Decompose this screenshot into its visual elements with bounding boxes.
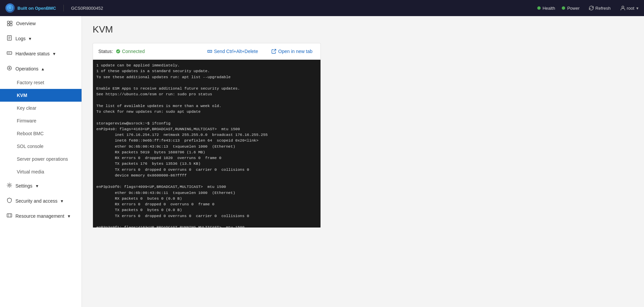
sidebar-overview-label: Overview xyxy=(16,21,75,26)
connected-badge: Connected xyxy=(116,49,145,54)
logs-chevron: ▾ xyxy=(29,36,31,41)
settings-chevron: ▾ xyxy=(36,183,38,189)
svg-point-16 xyxy=(9,185,10,186)
connected-checkmark-icon xyxy=(116,49,120,54)
hardware-icon xyxy=(7,50,12,57)
topbar: Built on OpenBMC GCS0R8000452 Health Pow… xyxy=(0,0,644,16)
sidebar-section-logs: Logs ▾ xyxy=(0,31,82,46)
sidebar-section-operations: Operations ▴ Factory reset KVM Key clear… xyxy=(0,61,82,178)
root-menu[interactable]: root ▾ xyxy=(620,5,639,11)
sidebar-item-key-clear[interactable]: Key clear xyxy=(0,102,82,114)
sidebar-item-settings[interactable]: Settings ▾ xyxy=(0,178,82,193)
resource-icon xyxy=(7,213,12,219)
hardware-chevron: ▾ xyxy=(53,51,55,56)
sidebar-item-reboot-bmc[interactable]: Reboot BMC xyxy=(0,127,82,140)
sidebar-item-kvm[interactable]: KVM xyxy=(0,89,82,102)
keyboard-icon xyxy=(207,49,212,54)
sidebar-operations-label: Operations xyxy=(15,66,38,71)
svg-rect-17 xyxy=(7,214,12,217)
sidebar-item-resource-mgmt[interactable]: Resource management ▾ xyxy=(0,208,82,223)
sidebar-hardware-label: Hardware status xyxy=(15,51,50,56)
kvm-terminal[interactable]: 1 update can be applied immediately. 1 o… xyxy=(93,60,320,227)
sidebar-logs-label: Logs xyxy=(15,36,26,41)
sidebar-item-factory-reset[interactable]: Factory reset xyxy=(0,76,82,89)
sidebar-section-resource: Resource management ▾ xyxy=(0,208,82,223)
sidebar-resource-label: Resource management xyxy=(15,213,64,219)
health-label: Health xyxy=(543,6,555,11)
sidebar-item-operations[interactable]: Operations ▴ xyxy=(0,61,82,76)
sidebar-settings-label: Settings xyxy=(15,183,33,189)
topbar-divider xyxy=(63,5,64,11)
topbar-power-status: Power xyxy=(562,6,580,11)
overview-icon xyxy=(7,20,13,27)
health-dot xyxy=(537,6,541,10)
svg-rect-5 xyxy=(7,24,9,26)
kvm-actions: Send Ctrl+Alt+Delete Open in new tab xyxy=(205,47,315,55)
sidebar-item-sol-console[interactable]: SOL console xyxy=(0,140,82,153)
refresh-icon xyxy=(589,6,594,10)
sidebar-item-hardware-status[interactable]: Hardware status ▾ xyxy=(0,46,82,61)
security-chevron: ▾ xyxy=(61,198,63,204)
topbar-left: Built on OpenBMC GCS0R8000452 xyxy=(5,3,103,13)
main-layout: Overview Logs ▾ xyxy=(0,16,644,307)
kvm-panel: Status: Connected xyxy=(93,43,321,228)
operations-chevron: ▴ xyxy=(42,66,44,71)
sidebar-section-security: Security and access ▾ xyxy=(0,193,82,208)
security-icon xyxy=(7,198,12,204)
sidebar-item-overview[interactable]: Overview xyxy=(0,16,82,31)
settings-icon xyxy=(7,183,12,189)
sidebar-item-security[interactable]: Security and access ▾ xyxy=(0,193,82,208)
svg-rect-11 xyxy=(7,52,12,54)
send-ctrl-alt-delete-button[interactable]: Send Ctrl+Alt+Delete xyxy=(205,47,261,55)
page-title: KVM xyxy=(93,24,633,35)
sidebar-section-hardware: Hardware status ▾ xyxy=(0,46,82,61)
topbar-logo: Built on OpenBMC xyxy=(5,3,56,13)
openbmc-logo-icon xyxy=(5,3,15,13)
logs-icon xyxy=(7,35,12,42)
sidebar-item-logs[interactable]: Logs ▾ xyxy=(0,31,82,46)
svg-rect-6 xyxy=(10,24,12,26)
refresh-button[interactable]: Refresh xyxy=(586,4,613,12)
svg-point-2 xyxy=(622,6,624,8)
svg-rect-4 xyxy=(10,21,12,23)
sidebar-section-settings: Settings ▾ xyxy=(0,178,82,193)
open-new-tab-icon xyxy=(271,49,276,54)
sidebar-item-firmware[interactable]: Firmware xyxy=(0,114,82,127)
sidebar: Overview Logs ▾ xyxy=(0,16,82,307)
open-new-tab-button[interactable]: Open in new tab xyxy=(269,47,315,55)
svg-line-22 xyxy=(274,49,276,51)
kvm-status-row: Status: Connected xyxy=(98,49,145,54)
topbar-device-id: GCS0R8000452 xyxy=(71,6,103,11)
topbar-logo-text: Built on OpenBMC xyxy=(17,6,56,11)
user-icon xyxy=(620,5,626,11)
status-label: Status: xyxy=(98,49,113,54)
resource-chevron: ▾ xyxy=(68,213,70,219)
power-dot xyxy=(562,6,565,10)
sidebar-item-server-power[interactable]: Server power operations xyxy=(0,153,82,165)
power-label: Power xyxy=(567,6,580,11)
sidebar-item-virtual-media[interactable]: Virtual media xyxy=(0,165,82,178)
content-area: KVM Status: Connected xyxy=(82,16,644,307)
svg-rect-3 xyxy=(7,21,9,23)
kvm-toolbar: Status: Connected xyxy=(93,43,320,60)
topbar-health-status: Health xyxy=(537,6,555,11)
topbar-right: Health Power Refresh root ▾ xyxy=(537,4,639,12)
sidebar-security-label: Security and access xyxy=(15,198,57,204)
operations-icon xyxy=(7,65,12,72)
